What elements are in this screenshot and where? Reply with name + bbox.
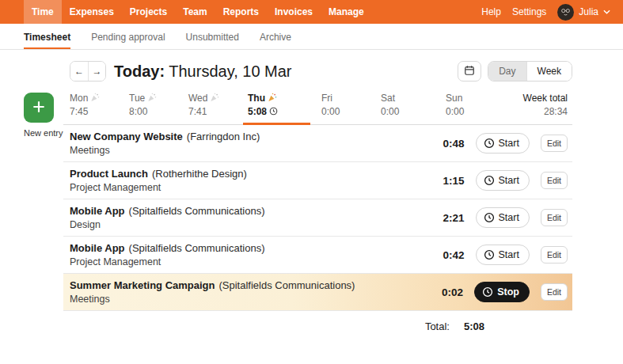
toggle-week[interactable]: Week xyxy=(526,62,572,81)
timer-action-label: Stop xyxy=(497,286,519,298)
timer-clock-icon xyxy=(484,249,495,260)
timer-clock-icon xyxy=(482,286,493,298)
entry-project: New Company Website xyxy=(70,131,183,142)
calendar-button[interactable] xyxy=(458,61,481,82)
entry-duration: 0:48 xyxy=(438,138,465,150)
nav-item[interactable]: Reports xyxy=(215,0,267,24)
entry-controls: 1:15 Start Edit xyxy=(438,170,568,191)
time-entry-row: New Company Website(Farringdon Inc) Meet… xyxy=(63,125,572,162)
time-entry-row: Summer Marketing Campaign(Spitalfields C… xyxy=(63,274,572,311)
nav-item[interactable]: Time xyxy=(24,0,62,24)
day-column[interactable]: Tue 8:00 xyxy=(129,93,188,117)
day-name: Fri xyxy=(321,93,332,104)
toggle-day[interactable]: Day xyxy=(488,62,526,81)
chevron-down-icon xyxy=(603,9,610,14)
day-column[interactable]: Mon 7:45 xyxy=(70,93,129,117)
primary-nav: Time Expenses Projects Team Reports Invo… xyxy=(24,0,372,24)
timer-toggle-button[interactable]: Start xyxy=(476,133,530,154)
entry-client: (Spitalfields Communications) xyxy=(219,279,355,291)
edit-button[interactable]: Edit xyxy=(541,246,568,264)
date-header: ← → Today: Thursday, 10 Mar Day Week xyxy=(70,61,572,82)
edit-button[interactable]: Edit xyxy=(541,135,568,152)
timer-toggle-button[interactable]: Start xyxy=(476,245,530,265)
entry-project: Mobile App xyxy=(70,205,125,217)
day-column[interactable]: Wed 7:41 xyxy=(188,93,248,117)
timer-action-label: Start xyxy=(499,212,519,223)
week-strip: Mon 7:45 xyxy=(63,93,572,125)
day-total: 5:08 xyxy=(248,106,267,117)
timesheet-board: New entry Mon xyxy=(24,93,572,332)
nav-item[interactable]: Invoices xyxy=(267,0,321,24)
entry-info: Mobile App(Spitalfields Communications) … xyxy=(70,242,265,267)
timer-action-label: Start xyxy=(499,175,519,186)
timesheet-content: Mon 7:45 xyxy=(63,93,572,332)
timer-toggle-button[interactable]: Stop xyxy=(474,282,530,302)
nav-item[interactable]: Expenses xyxy=(62,0,122,24)
secondary-nav: Timesheet Pending approval Unsubmitted A… xyxy=(0,24,623,50)
week-total-label: Week total xyxy=(523,93,568,104)
day-name: Sat xyxy=(381,93,395,104)
timer-clock-icon xyxy=(484,138,495,149)
timer-action-label: Start xyxy=(499,249,519,260)
prev-day-button[interactable]: ← xyxy=(70,62,88,81)
entry-project: Summer Marketing Campaign xyxy=(70,279,215,291)
running-timer-clock-icon xyxy=(269,107,278,116)
day-column[interactable]: Sun 0:00 xyxy=(446,93,505,117)
entry-client: (Farringdon Inc) xyxy=(187,131,260,142)
day-total-row: Total: 5:08 xyxy=(63,311,572,332)
time-entry-row: Mobile App(Spitalfields Communications) … xyxy=(63,199,572,237)
entry-info: Summer Marketing Campaign(Spitalfields C… xyxy=(70,279,355,305)
new-entry-button[interactable] xyxy=(24,93,54,123)
avatar xyxy=(557,4,574,21)
day-total: 0:00 xyxy=(381,106,399,117)
entry-info: Product Launch(Rotherhithe Design) Proje… xyxy=(70,168,247,193)
timer-clock-icon xyxy=(484,175,495,186)
timer-toggle-button[interactable]: Start xyxy=(476,170,530,191)
page-title: Today: Thursday, 10 Mar xyxy=(114,63,292,81)
nav-item[interactable]: Team xyxy=(175,0,215,24)
topbar-right: Help Settings Julia xyxy=(481,0,610,24)
plus-icon xyxy=(31,99,47,117)
settings-link[interactable]: Settings xyxy=(512,6,546,17)
user-menu[interactable]: Julia xyxy=(557,4,610,21)
subnav-item[interactable]: Archive xyxy=(260,32,291,49)
edit-button[interactable]: Edit xyxy=(541,283,568,301)
nav-item[interactable]: Projects xyxy=(122,0,175,24)
time-entry-row: Product Launch(Rotherhithe Design) Proje… xyxy=(63,162,572,199)
time-entries-list: New Company Website(Farringdon Inc) Meet… xyxy=(63,125,572,311)
help-link[interactable]: Help xyxy=(481,6,501,17)
nav-item[interactable]: Manage xyxy=(321,0,372,24)
entry-duration: 1:15 xyxy=(438,175,465,187)
timer-toggle-button[interactable]: Start xyxy=(476,207,530,228)
day-column[interactable]: Thu 5:08 xyxy=(248,93,321,117)
day-week-toggle: Day Week xyxy=(488,61,572,82)
subnav-item[interactable]: Unsubmitted xyxy=(186,32,239,49)
new-entry-section: New entry xyxy=(24,93,63,332)
day-column[interactable]: Sat 0:00 xyxy=(381,93,446,117)
subnav-item[interactable]: Pending approval xyxy=(91,32,165,49)
day-name: Wed xyxy=(188,93,207,104)
view-controls: Day Week xyxy=(458,61,572,82)
user-name: Julia xyxy=(579,6,598,17)
timer-clock-icon xyxy=(484,212,495,223)
entry-info: Mobile App(Spitalfields Communications) … xyxy=(70,205,265,230)
subnav-item[interactable]: Timesheet xyxy=(24,32,70,49)
edit-button[interactable]: Edit xyxy=(541,209,568,226)
entry-task: Meetings xyxy=(70,145,260,156)
day-total: 0:00 xyxy=(321,106,340,117)
entry-task: Project Management xyxy=(70,182,247,193)
day-total: 7:41 xyxy=(188,106,207,117)
active-day-underline xyxy=(243,123,310,125)
edit-button[interactable]: Edit xyxy=(541,172,568,189)
entry-client: (Spitalfields Communications) xyxy=(129,242,265,254)
next-day-button[interactable]: → xyxy=(88,62,105,81)
day-columns: Mon 7:45 xyxy=(70,93,505,117)
entry-task: Project Management xyxy=(70,256,265,267)
entry-controls: 0:42 Start Edit xyxy=(438,245,568,265)
time-entry-row: Mobile App(Spitalfields Communications) … xyxy=(63,237,572,274)
party-popper-icon xyxy=(268,93,277,102)
total-label: Total: xyxy=(425,320,450,332)
date-nav: ← → Today: Thursday, 10 Mar xyxy=(70,61,292,82)
entry-duration: 0:02 xyxy=(436,286,463,298)
day-column[interactable]: Fri 0:00 xyxy=(321,93,381,117)
